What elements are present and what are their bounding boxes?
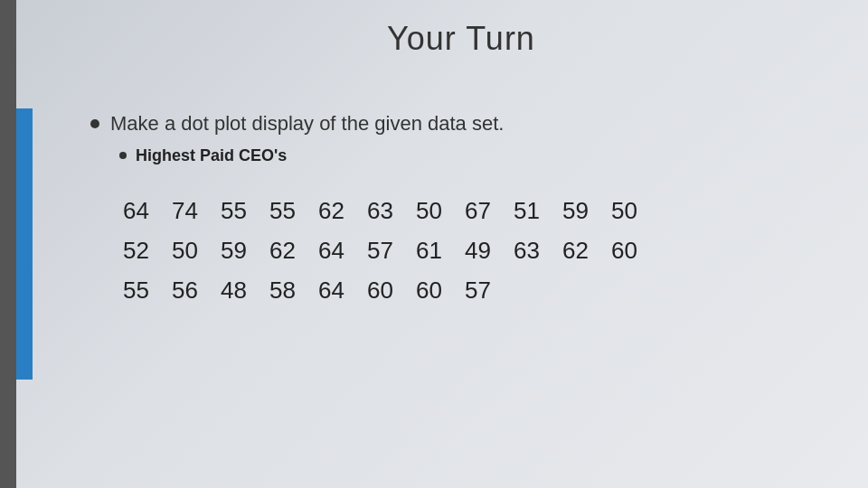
table-cell: 60 (611, 230, 660, 270)
table-cell: 50 (611, 191, 660, 230)
table-cell: 59 (562, 191, 611, 230)
left-bar-dark (0, 0, 16, 488)
table-cell: 63 (514, 230, 562, 270)
table-cell: 50 (416, 191, 465, 230)
table-cell: 60 (367, 270, 416, 310)
data-table: 6474555562635067515950525059626457614963… (123, 191, 832, 311)
table-cell: 55 (269, 191, 318, 230)
slide-title: Your Turn (90, 0, 832, 67)
table-cell: 67 (465, 191, 514, 230)
table-cell: 64 (123, 191, 172, 230)
table-cell: 59 (221, 230, 269, 270)
table-cell: 62 (318, 191, 367, 230)
table-cell: 57 (367, 230, 416, 270)
table-cell: 64 (318, 230, 367, 270)
table-cell: 48 (221, 270, 269, 310)
bullet-dot-sub (119, 152, 127, 159)
table-cell (611, 270, 660, 310)
table-cell: 51 (514, 191, 562, 230)
table-row: 5556485864606057 (123, 270, 832, 310)
table-cell: 55 (123, 270, 172, 310)
content-area: Your Turn Make a dot plot display of the… (54, 0, 868, 488)
bullet-sub-text: Highest Paid CEO's (136, 146, 287, 165)
table-cell: 55 (221, 191, 269, 230)
table-cell: 60 (416, 270, 465, 310)
left-bar-blue (16, 108, 33, 380)
bullet-sub-item: Highest Paid CEO's (119, 146, 832, 165)
table-cell: 58 (269, 270, 318, 310)
table-cell: 63 (367, 191, 416, 230)
table-cell (562, 270, 611, 310)
table-cell (514, 270, 562, 310)
table-cell: 64 (318, 270, 367, 310)
table-cell: 62 (269, 230, 318, 270)
bullet-dot-main (90, 119, 99, 128)
table-cell: 50 (172, 230, 221, 270)
slide-container: Your Turn Make a dot plot display of the… (0, 0, 868, 488)
table-row: 5250596264576149636260 (123, 230, 832, 270)
table-cell: 61 (416, 230, 465, 270)
table-cell: 62 (562, 230, 611, 270)
table-cell: 57 (465, 270, 514, 310)
table-cell: 56 (172, 270, 221, 310)
table-cell: 74 (172, 191, 221, 230)
table-row: 6474555562635067515950 (123, 191, 832, 230)
table-cell: 52 (123, 230, 172, 270)
table-cell: 49 (465, 230, 514, 270)
bullet-main-item: Make a dot plot display of the given dat… (90, 112, 832, 136)
bullet-main-text: Make a dot plot display of the given dat… (110, 112, 504, 136)
